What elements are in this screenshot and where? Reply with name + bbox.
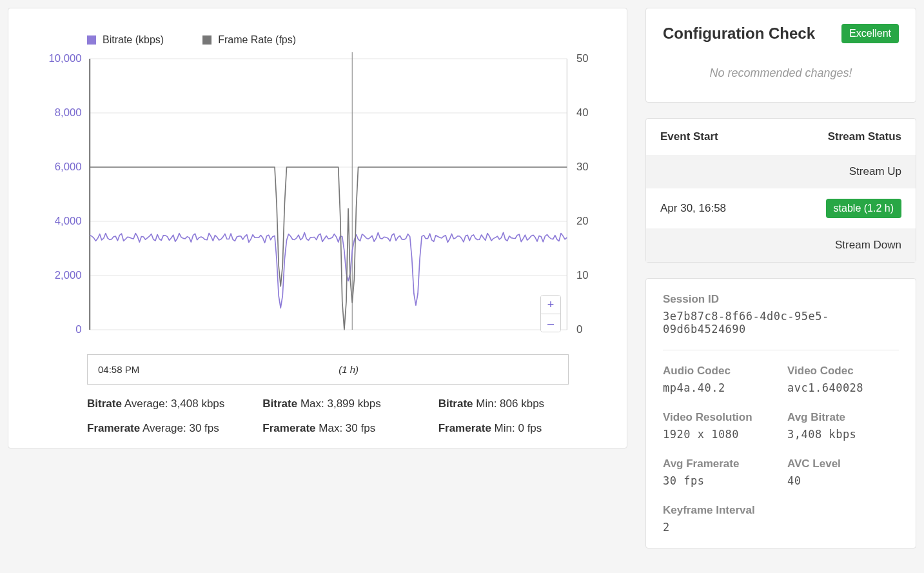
info-audio-codec: Audio Codec mp4a.40.2 xyxy=(663,365,774,394)
status-stream-up: Stream Up xyxy=(646,155,916,188)
zoom-in-button[interactable]: + xyxy=(541,296,560,314)
config-title: Configuration Check xyxy=(663,25,815,43)
table-row: Stream Up xyxy=(646,155,916,188)
info-avc-level: AVC Level 40 xyxy=(787,457,899,487)
chart-svg[interactable]: 02,0004,0006,0008,00010,00001020304050 xyxy=(28,52,607,343)
svg-text:40: 40 xyxy=(576,106,589,118)
session-id-label: Session ID xyxy=(663,293,899,306)
zoom-controls: + – xyxy=(540,295,561,332)
divider xyxy=(663,350,899,350)
table-row: Stream Down xyxy=(646,228,916,262)
status-head-right: Stream Status xyxy=(774,119,916,155)
session-id-value: 3e7b87c8-8f66-4d0c-95e5-09d6b4524690 xyxy=(663,310,899,336)
stat-framerate-min: Framerate Min: 0 fps xyxy=(438,422,607,435)
sidebar: Configuration Check Excellent No recomme… xyxy=(645,8,916,548)
stat-framerate-max: Framerate Max: 30 fps xyxy=(262,422,431,435)
svg-text:20: 20 xyxy=(576,215,589,226)
svg-text:50: 50 xyxy=(576,52,589,64)
legend-bitrate: Bitrate (kbps) xyxy=(87,34,164,46)
stream-status-card: Event Start Stream Status Stream Up Apr … xyxy=(645,118,916,263)
svg-text:10,000: 10,000 xyxy=(48,52,81,64)
chart-legend: Bitrate (kbps) Frame Rate (fps) xyxy=(28,28,607,52)
svg-text:0: 0 xyxy=(75,323,81,335)
stat-framerate-avg: Framerate Average: 30 fps xyxy=(87,422,256,435)
svg-text:2,000: 2,000 xyxy=(55,269,82,281)
svg-text:0: 0 xyxy=(576,323,582,335)
timeline-start: 04:58 PM xyxy=(98,364,139,375)
info-resolution: Video Resolution 1920 x 1080 xyxy=(663,411,774,441)
chart-stats: Bitrate Average: 3,408 kbps Bitrate Max:… xyxy=(87,397,607,435)
info-avg-framerate: Avg Framerate 30 fps xyxy=(663,457,774,487)
session-info-card: Session ID 3e7b87c8-8f66-4d0c-95e5-09d6b… xyxy=(645,278,916,548)
legend-framerate-swatch xyxy=(202,35,211,45)
status-time: Apr 30, 16:58 xyxy=(646,188,774,228)
stat-bitrate-max: Bitrate Max: 3,899 kbps xyxy=(262,397,431,410)
chart-card: Bitrate (kbps) Frame Rate (fps) 02,0004,… xyxy=(8,8,627,448)
svg-text:4,000: 4,000 xyxy=(55,215,82,226)
svg-text:30: 30 xyxy=(576,161,589,172)
legend-bitrate-swatch xyxy=(87,35,96,45)
timeline-duration: (1 h) xyxy=(339,364,359,375)
info-avg-bitrate: Avg Bitrate 3,408 kbps xyxy=(787,411,899,441)
timeline-scrubber[interactable]: 04:58 PM (1 h) xyxy=(87,354,569,385)
stat-bitrate-min: Bitrate Min: 806 kbps xyxy=(438,397,607,410)
svg-text:6,000: 6,000 xyxy=(55,161,82,172)
legend-bitrate-label: Bitrate (kbps) xyxy=(103,34,164,46)
svg-text:8,000: 8,000 xyxy=(55,106,82,118)
config-message: No recommended changes! xyxy=(663,66,899,80)
info-video-codec: Video Codec avc1.640028 xyxy=(787,365,899,394)
legend-framerate-label: Frame Rate (fps) xyxy=(218,34,296,46)
config-check-card: Configuration Check Excellent No recomme… xyxy=(645,8,916,103)
status-stream-down: Stream Down xyxy=(646,228,916,262)
table-row: Apr 30, 16:58 stable (1.2 h) xyxy=(646,188,916,228)
legend-framerate: Frame Rate (fps) xyxy=(202,34,296,46)
svg-text:10: 10 xyxy=(576,269,589,281)
config-badge: Excellent xyxy=(841,24,899,43)
stat-bitrate-avg: Bitrate Average: 3,408 kbps xyxy=(87,397,256,410)
info-keyframe: Keyframe Interval 2 xyxy=(663,504,774,534)
status-pill: stable (1.2 h) xyxy=(826,199,901,218)
zoom-out-button[interactable]: – xyxy=(541,314,560,332)
status-head-left: Event Start xyxy=(646,119,774,155)
stream-status-table: Event Start Stream Status Stream Up Apr … xyxy=(646,119,916,262)
chart-frame[interactable]: 02,0004,0006,0008,00010,00001020304050 +… xyxy=(28,52,607,343)
